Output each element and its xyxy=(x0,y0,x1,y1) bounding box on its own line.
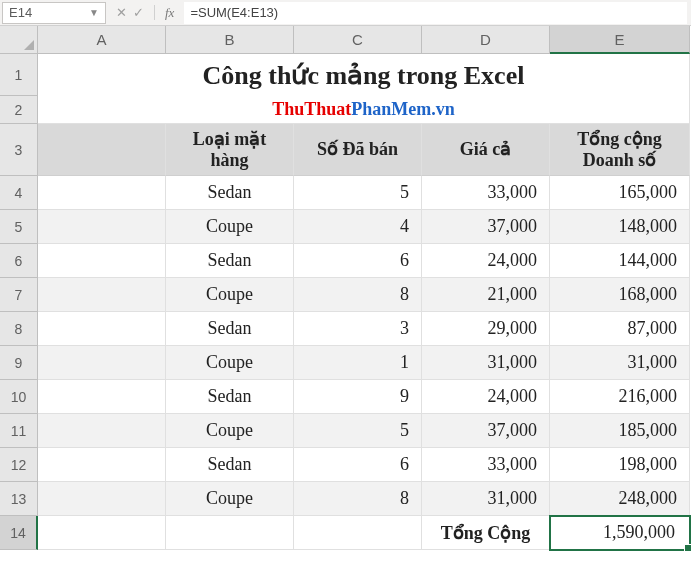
row-header-11[interactable]: 11 xyxy=(0,414,38,448)
title-cell[interactable]: Công thức mảng trong Excel xyxy=(38,54,690,96)
cell-A14[interactable] xyxy=(38,516,166,550)
cell-A3[interactable] xyxy=(38,124,166,176)
cell-A11[interactable] xyxy=(38,414,166,448)
total-label[interactable]: Tổng Cộng xyxy=(422,516,550,550)
cell-price[interactable]: 33,000 xyxy=(422,448,550,482)
fx-icon[interactable]: fx xyxy=(165,5,174,21)
header-item[interactable]: Loại mặt hàng xyxy=(166,124,294,176)
col-header-B[interactable]: B xyxy=(166,26,294,54)
cell-B14[interactable] xyxy=(166,516,294,550)
cell-sold[interactable]: 5 xyxy=(294,176,422,210)
row-header-3[interactable]: 3 xyxy=(0,124,38,176)
cell-A6[interactable] xyxy=(38,244,166,278)
cell-item[interactable]: Coupe xyxy=(166,210,294,244)
cell-item[interactable]: Coupe xyxy=(166,278,294,312)
select-all-corner[interactable] xyxy=(0,26,38,54)
cell-price[interactable]: 29,000 xyxy=(422,312,550,346)
cell-price[interactable]: 33,000 xyxy=(422,176,550,210)
header-price[interactable]: Giá cả xyxy=(422,124,550,176)
formula-bar-row: E14 ▼ ✕ ✓ fx =SUM(E4:E13) xyxy=(0,0,691,26)
cell-total[interactable]: 148,000 xyxy=(550,210,690,244)
cell-A9[interactable] xyxy=(38,346,166,380)
cell-total[interactable]: 31,000 xyxy=(550,346,690,380)
cell-sold[interactable]: 3 xyxy=(294,312,422,346)
cell-price[interactable]: 31,000 xyxy=(422,346,550,380)
cell-item[interactable]: Sedan xyxy=(166,312,294,346)
col-header-C[interactable]: C xyxy=(294,26,422,54)
cancel-icon[interactable]: ✕ xyxy=(116,5,127,20)
total-value-cell[interactable]: 1,590,000 xyxy=(550,516,690,550)
row-header-4[interactable]: 4 xyxy=(0,176,38,210)
cell-item[interactable]: Sedan xyxy=(166,448,294,482)
cell-A13[interactable] xyxy=(38,482,166,516)
cell-sold[interactable]: 5 xyxy=(294,414,422,448)
cell-total[interactable]: 87,000 xyxy=(550,312,690,346)
cell-sold[interactable]: 9 xyxy=(294,380,422,414)
chevron-down-icon[interactable]: ▼ xyxy=(89,7,99,18)
cell-item[interactable]: Coupe xyxy=(166,482,294,516)
cell-total[interactable]: 168,000 xyxy=(550,278,690,312)
col-header-A[interactable]: A xyxy=(38,26,166,54)
header-sold[interactable]: Số Đã bán xyxy=(294,124,422,176)
name-box[interactable]: E14 ▼ xyxy=(2,2,106,24)
cell-total[interactable]: 198,000 xyxy=(550,448,690,482)
cell-price[interactable]: 21,000 xyxy=(422,278,550,312)
row-header-10[interactable]: 10 xyxy=(0,380,38,414)
cell-sold[interactable]: 8 xyxy=(294,482,422,516)
cell-price[interactable]: 24,000 xyxy=(422,380,550,414)
row-header-12[interactable]: 12 xyxy=(0,448,38,482)
spreadsheet-grid[interactable]: A B C D E 1 Công thức mảng trong Excel 2… xyxy=(0,26,691,550)
row-header-5[interactable]: 5 xyxy=(0,210,38,244)
cell-A12[interactable] xyxy=(38,448,166,482)
cell-sold[interactable]: 8 xyxy=(294,278,422,312)
cell-item[interactable]: Sedan xyxy=(166,380,294,414)
cell-sold[interactable]: 6 xyxy=(294,244,422,278)
cell-A7[interactable] xyxy=(38,278,166,312)
cell-price[interactable]: 24,000 xyxy=(422,244,550,278)
name-box-value: E14 xyxy=(9,5,32,20)
subtitle-red: ThuThuat xyxy=(272,99,351,120)
cell-A8[interactable] xyxy=(38,312,166,346)
cell-A10[interactable] xyxy=(38,380,166,414)
cell-total[interactable]: 248,000 xyxy=(550,482,690,516)
cell-total[interactable]: 216,000 xyxy=(550,380,690,414)
col-header-D[interactable]: D xyxy=(422,26,550,54)
cell-C14[interactable] xyxy=(294,516,422,550)
cell-total[interactable]: 165,000 xyxy=(550,176,690,210)
formula-value: =SUM(E4:E13) xyxy=(190,5,278,20)
row-header-7[interactable]: 7 xyxy=(0,278,38,312)
cell-total[interactable]: 144,000 xyxy=(550,244,690,278)
cell-A4[interactable] xyxy=(38,176,166,210)
cell-price[interactable]: 37,000 xyxy=(422,414,550,448)
formula-input[interactable]: =SUM(E4:E13) xyxy=(184,2,687,24)
cell-total[interactable]: 185,000 xyxy=(550,414,690,448)
row-header-14[interactable]: 14 xyxy=(0,516,38,550)
header-total[interactable]: Tổng cộng Doanh số xyxy=(550,124,690,176)
cell-sold[interactable]: 4 xyxy=(294,210,422,244)
row-header-1[interactable]: 1 xyxy=(0,54,38,96)
subtitle-blue: PhanMem.vn xyxy=(351,99,455,120)
enter-icon[interactable]: ✓ xyxy=(133,5,144,20)
cell-sold[interactable]: 1 xyxy=(294,346,422,380)
row-header-8[interactable]: 8 xyxy=(0,312,38,346)
row-header-13[interactable]: 13 xyxy=(0,482,38,516)
cell-item[interactable]: Coupe xyxy=(166,346,294,380)
cell-item[interactable]: Sedan xyxy=(166,176,294,210)
cell-price[interactable]: 37,000 xyxy=(422,210,550,244)
row-header-2[interactable]: 2 xyxy=(0,96,38,124)
cell-sold[interactable]: 6 xyxy=(294,448,422,482)
cell-item[interactable]: Coupe xyxy=(166,414,294,448)
cell-item[interactable]: Sedan xyxy=(166,244,294,278)
formula-buttons: ✕ ✓ xyxy=(116,5,155,20)
subtitle-cell[interactable]: ThuThuatPhanMem.vn xyxy=(38,96,690,124)
cell-A5[interactable] xyxy=(38,210,166,244)
cell-price[interactable]: 31,000 xyxy=(422,482,550,516)
row-header-6[interactable]: 6 xyxy=(0,244,38,278)
col-header-E[interactable]: E xyxy=(550,26,690,54)
row-header-9[interactable]: 9 xyxy=(0,346,38,380)
